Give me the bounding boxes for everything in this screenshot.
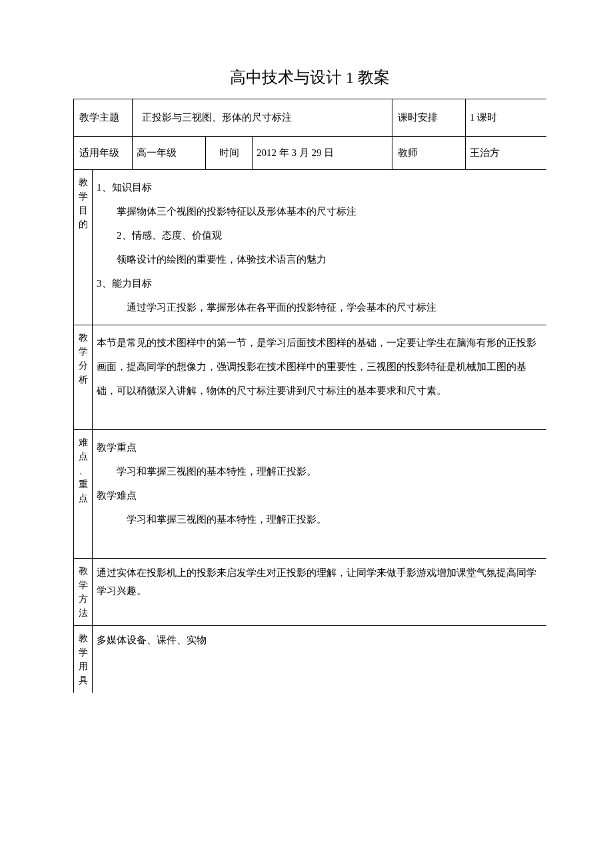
method-label: 教 学 方 法 <box>74 559 93 626</box>
time-label: 时间 <box>206 137 253 170</box>
hours-value: 1 课时 <box>466 99 547 137</box>
goal-3: 3、能力目标 <box>97 278 152 289</box>
goal-2-detail: 领略设计的绘图的重要性，体验技术语言的魅力 <box>97 247 542 271</box>
page-title: 高中技术与设计 1 教案 <box>73 67 546 88</box>
grade-value: 高一年级 <box>133 137 206 170</box>
topic-label: 教学主题 <box>74 99 133 137</box>
goal-2: 2、情感、态度、价值观 <box>97 223 542 247</box>
topic-value: 正投影与三视图、形体的尺寸标注 <box>133 99 392 137</box>
grade-label: 适用年级 <box>74 137 133 170</box>
goals-label: 教 学 目 的 <box>74 170 93 325</box>
goal-1-detail: 掌握物体三个视图的投影特征以及形体基本的尺寸标注 <box>97 199 542 223</box>
tools-label: 教 学 用 具 <box>74 626 93 693</box>
time-value: 2012 年 3 月 29 日 <box>253 137 392 170</box>
lesson-plan-table: 教学主题 正投影与三视图、形体的尺寸标注 课时安排 1 课时 适用年级 高一年级… <box>73 99 546 693</box>
analysis-label: 教 学 分 析 <box>74 325 93 430</box>
hard-point-text: 学习和掌握三视图的基本特性，理解正投影。 <box>97 507 542 531</box>
analysis-content: 本节是常见的技术图样中的第一节，是学习后面技术图样的基础，一定要让学生在脑海有形… <box>93 325 547 430</box>
goals-content: 1、知识目标 掌握物体三个视图的投影特征以及形体基本的尺寸标注 2、情感、态度、… <box>93 170 547 325</box>
key-point-label: 教学重点 <box>97 442 137 453</box>
tools-content: 多媒体设备、课件、实物 <box>93 626 547 693</box>
difficulty-label: 难 点 、 重 点 <box>74 430 93 559</box>
key-point-text: 学习和掌握三视图的基本特性，理解正投影。 <box>97 459 542 483</box>
hours-label: 课时安排 <box>392 99 466 137</box>
method-content: 通过实体在投影机上的投影来启发学生对正投影的理解，让同学来做手影游戏增加课堂气氛… <box>93 559 547 626</box>
teacher-label: 教师 <box>392 137 466 170</box>
hard-point-label: 教学难点 <box>97 490 137 501</box>
teacher-value: 王治方 <box>466 137 547 170</box>
goal-1: 1、知识目标 <box>97 182 152 193</box>
difficulty-content: 教学重点 学习和掌握三视图的基本特性，理解正投影。 教学难点 学习和掌握三视图的… <box>93 430 547 559</box>
goal-3-detail: 通过学习正投影，掌握形体在各平面的投影特征，学会基本的尺寸标注 <box>97 295 542 319</box>
